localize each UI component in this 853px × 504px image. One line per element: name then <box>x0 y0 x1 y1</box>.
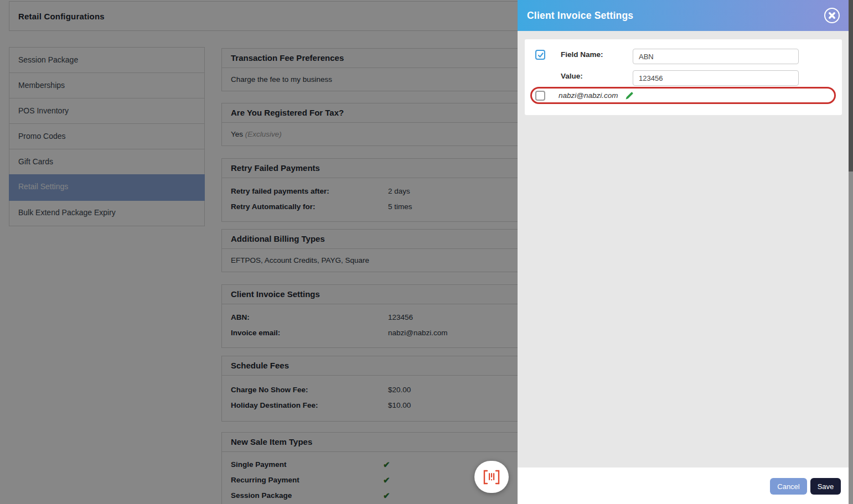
invoice-email-row-highlighted[interactable]: nabzi@nabzi.com <box>530 87 836 104</box>
value-label: Value: <box>561 67 583 85</box>
field-name-input[interactable] <box>633 49 799 64</box>
modal-title: Client Invoice Settings <box>518 10 633 22</box>
barcode-scan-button[interactable] <box>474 461 509 493</box>
barcode-icon <box>483 470 500 485</box>
page-scrollbar[interactable] <box>849 0 853 504</box>
screen: Retail Configurations Session Package Me… <box>0 0 853 504</box>
modal-footer: Cancel Save <box>518 467 849 504</box>
value-input[interactable] <box>633 70 799 86</box>
edit-pencil-icon[interactable] <box>625 91 634 100</box>
modal-body: Field Name: Value: nabzi@nabzi.com <box>518 31 849 467</box>
modal-header: Client Invoice Settings <box>518 0 849 31</box>
cancel-button[interactable]: Cancel <box>770 478 807 495</box>
email-enabled-checkbox[interactable] <box>535 91 545 101</box>
field-enabled-checkbox[interactable] <box>535 50 545 60</box>
custom-field-card: Field Name: Value: nabzi@nabzi.com <box>525 39 842 115</box>
client-invoice-settings-modal: Client Invoice Settings Field Name: Valu… <box>518 0 849 504</box>
save-button[interactable]: Save <box>810 478 841 495</box>
field-name-label: Field Name: <box>561 46 603 64</box>
close-icon[interactable] <box>824 7 840 24</box>
invoice-email-value: nabzi@nabzi.com <box>559 91 618 100</box>
scrollbar-thumb[interactable] <box>849 0 853 172</box>
